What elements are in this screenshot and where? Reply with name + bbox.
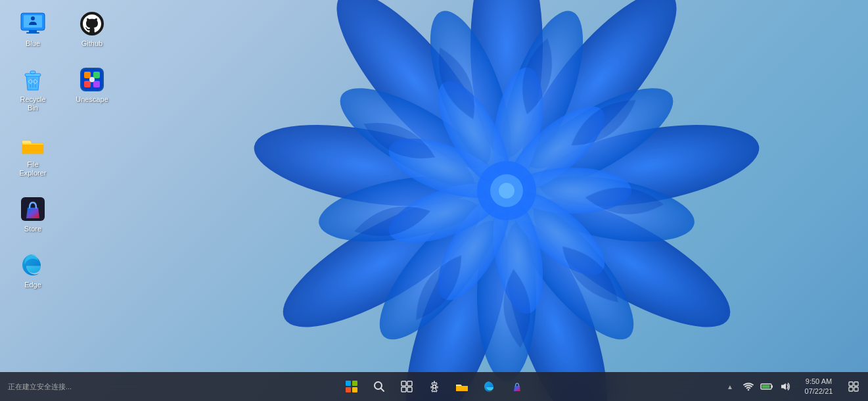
- store-taskbar-button[interactable]: [505, 375, 529, 398]
- clock-area[interactable]: 9:50 AM 07/22/21: [796, 377, 842, 397]
- widgets-button[interactable]: [395, 375, 419, 398]
- file-explorer-icon: [20, 131, 46, 158]
- clock-time: 9:50 AM: [806, 377, 832, 387]
- svg-rect-46: [93, 81, 100, 87]
- edge-desktop-icon: [20, 252, 46, 278]
- system-tray-expand-button[interactable]: ▲: [722, 377, 738, 396]
- desktop-icon-github[interactable]: Github: [66, 7, 118, 52]
- svg-rect-58: [407, 387, 412, 392]
- wifi-icon: [743, 382, 754, 391]
- svg-rect-64: [854, 382, 858, 386]
- store-icon: [20, 196, 46, 222]
- desktop-icon-edge[interactable]: Edge: [7, 248, 59, 293]
- desktop-icon-file-explorer[interactable]: FileExplorer: [7, 128, 59, 181]
- battery-tray-icon[interactable]: [759, 377, 775, 396]
- svg-point-47: [89, 77, 95, 82]
- svg-point-34: [31, 16, 35, 20]
- svg-point-29: [499, 183, 514, 199]
- start-button[interactable]: [340, 375, 363, 398]
- edge-taskbar-button[interactable]: [478, 375, 501, 398]
- svg-line-54: [380, 389, 384, 392]
- svg-rect-52: [352, 387, 357, 392]
- volume-icon: [780, 382, 790, 391]
- svg-rect-65: [849, 387, 853, 391]
- recycle-bin-icon-label: RecycleBin: [20, 95, 45, 112]
- chevron-up-icon: ▲: [727, 383, 733, 390]
- svg-rect-44: [93, 72, 100, 78]
- taskbar-status-text: 正在建立安全连接...: [5, 382, 72, 392]
- svg-rect-51: [346, 387, 351, 392]
- taskbar-right: ▲: [722, 377, 863, 397]
- svg-rect-43: [84, 72, 91, 78]
- blue-icon: [20, 11, 46, 37]
- svg-rect-66: [854, 387, 858, 391]
- svg-rect-36: [25, 74, 41, 76]
- unescape-icon-label: Unescape: [76, 95, 108, 104]
- svg-rect-57: [401, 387, 406, 392]
- github-icon-label: Github: [81, 39, 103, 48]
- desktop-icons-area: Blue Github: [7, 7, 118, 298]
- notification-icon: [848, 381, 859, 392]
- recycle-bin-icon: [20, 66, 46, 93]
- desktop-icon-recycle-bin[interactable]: RecycleBin: [7, 62, 59, 116]
- desktop: Blue Github: [0, 0, 868, 401]
- unescape-icon: [79, 66, 105, 93]
- svg-rect-62: [762, 385, 770, 389]
- notification-center-button[interactable]: [844, 377, 863, 396]
- desktop-icon-blue[interactable]: Blue: [7, 7, 59, 52]
- file-explorer-icon-label: FileExplorer: [20, 160, 47, 177]
- battery-icon: [760, 383, 773, 390]
- desktop-icon-store[interactable]: Store: [7, 192, 59, 237]
- svg-rect-32: [29, 30, 37, 32]
- svg-rect-45: [84, 81, 91, 87]
- svg-rect-61: [771, 385, 773, 388]
- network-tray-icon[interactable]: [741, 377, 756, 396]
- file-explorer-taskbar-button[interactable]: [450, 375, 474, 398]
- svg-rect-56: [407, 381, 412, 386]
- edge-icon-label: Edge: [24, 281, 41, 289]
- github-icon: [79, 11, 105, 37]
- store-icon-label: Store: [24, 225, 41, 233]
- search-button[interactable]: [367, 375, 391, 398]
- clock-date: 07/22/21: [805, 387, 833, 396]
- desktop-icon-unescape[interactable]: Unescape: [66, 62, 118, 116]
- svg-rect-50: [352, 381, 357, 386]
- blue-icon-label: Blue: [26, 39, 40, 48]
- svg-rect-37: [30, 71, 35, 74]
- svg-rect-55: [401, 381, 406, 386]
- wallpaper-bloom: [211, 0, 802, 401]
- svg-rect-63: [849, 382, 853, 386]
- taskbar: 正在建立安全连接...: [0, 372, 868, 401]
- taskbar-center: [340, 375, 529, 398]
- volume-tray-icon[interactable]: [777, 377, 793, 396]
- svg-rect-49: [346, 381, 351, 386]
- svg-rect-33: [26, 32, 39, 34]
- settings-button[interactable]: [423, 375, 446, 398]
